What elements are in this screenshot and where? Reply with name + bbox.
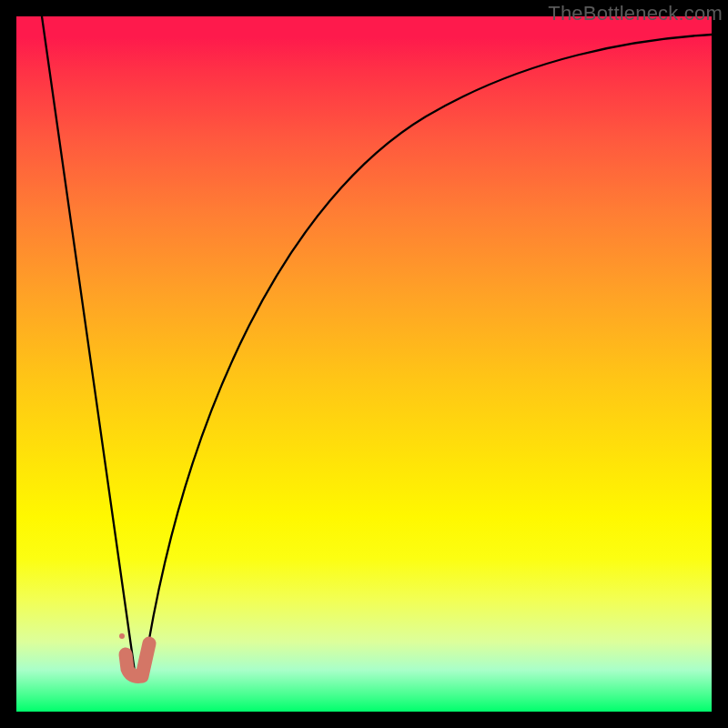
chart-frame [16,16,712,712]
svg-point-0 [119,633,125,639]
bottleneck-curve-path [42,16,712,672]
highlight-glyph-icon [111,623,166,687]
bottleneck-line-chart [16,16,712,712]
